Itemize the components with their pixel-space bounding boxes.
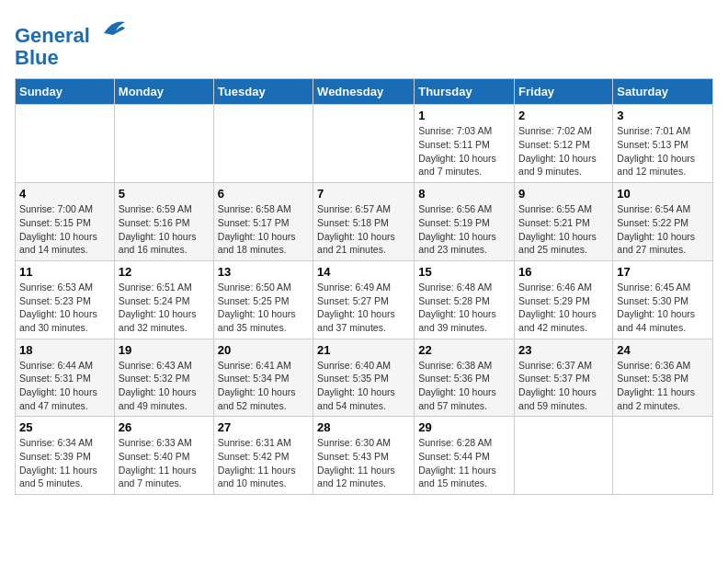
day-number: 18 [19, 343, 110, 357]
day-number: 8 [418, 187, 510, 201]
calendar-cell: 5Sunrise: 6:59 AM Sunset: 5:16 PM Daylig… [114, 183, 213, 261]
header-sunday: Sunday [16, 79, 115, 105]
day-number: 14 [317, 265, 410, 279]
calendar-cell: 14Sunrise: 6:49 AM Sunset: 5:27 PM Dayli… [313, 260, 415, 339]
day-number: 10 [617, 187, 709, 201]
calendar-cell: 17Sunrise: 6:45 AM Sunset: 5:30 PM Dayli… [613, 260, 713, 339]
calendar-cell: 16Sunrise: 6:46 AM Sunset: 5:29 PM Dayli… [515, 260, 613, 339]
calendar-cell: 18Sunrise: 6:44 AM Sunset: 5:31 PM Dayli… [16, 339, 115, 417]
day-info: Sunrise: 6:49 AM Sunset: 5:27 PM Dayligh… [317, 281, 410, 335]
day-number: 2 [518, 109, 609, 122]
calendar-cell: 25Sunrise: 6:34 AM Sunset: 5:39 PM Dayli… [16, 417, 115, 495]
day-number: 16 [518, 265, 609, 279]
header-thursday: Thursday [415, 79, 515, 105]
calendar-cell [213, 105, 313, 183]
day-number: 5 [119, 187, 210, 201]
day-info: Sunrise: 6:34 AM Sunset: 5:39 PM Dayligh… [19, 436, 110, 490]
day-number: 28 [317, 420, 410, 434]
week-row: 11Sunrise: 6:53 AM Sunset: 5:23 PM Dayli… [16, 260, 713, 339]
calendar-cell: 28Sunrise: 6:30 AM Sunset: 5:43 PM Dayli… [313, 417, 415, 495]
calendar-cell: 23Sunrise: 6:37 AM Sunset: 5:37 PM Dayli… [515, 339, 613, 417]
day-info: Sunrise: 6:58 AM Sunset: 5:17 PM Dayligh… [218, 202, 309, 257]
calendar-cell: 9Sunrise: 6:55 AM Sunset: 5:21 PM Daylig… [515, 183, 613, 261]
calendar-cell [114, 105, 213, 183]
calendar-cell: 12Sunrise: 6:51 AM Sunset: 5:24 PM Dayli… [114, 260, 213, 339]
calendar-table: SundayMondayTuesdayWednesdayThursdayFrid… [15, 78, 713, 495]
logo-blue: Blue [15, 47, 127, 69]
week-row: 4Sunrise: 7:00 AM Sunset: 5:15 PM Daylig… [16, 183, 713, 261]
day-number: 27 [218, 420, 309, 434]
calendar-cell: 29Sunrise: 6:28 AM Sunset: 5:44 PM Dayli… [415, 417, 515, 495]
header-tuesday: Tuesday [213, 79, 313, 105]
day-info: Sunrise: 6:56 AM Sunset: 5:19 PM Dayligh… [418, 202, 510, 257]
week-row: 1Sunrise: 7:03 AM Sunset: 5:11 PM Daylig… [16, 105, 713, 183]
day-number: 19 [119, 343, 210, 357]
calendar-header-row: SundayMondayTuesdayWednesdayThursdayFrid… [16, 79, 713, 105]
day-number: 20 [218, 343, 309, 357]
calendar-cell: 10Sunrise: 6:54 AM Sunset: 5:22 PM Dayli… [613, 183, 713, 261]
day-info: Sunrise: 6:41 AM Sunset: 5:34 PM Dayligh… [218, 359, 309, 413]
calendar-cell: 4Sunrise: 7:00 AM Sunset: 5:15 PM Daylig… [16, 183, 115, 261]
header-friday: Friday [515, 79, 613, 105]
calendar-cell: 26Sunrise: 6:33 AM Sunset: 5:40 PM Dayli… [114, 417, 213, 495]
day-info: Sunrise: 6:33 AM Sunset: 5:40 PM Dayligh… [119, 436, 210, 490]
day-info: Sunrise: 6:48 AM Sunset: 5:28 PM Dayligh… [418, 281, 510, 335]
day-info: Sunrise: 7:00 AM Sunset: 5:15 PM Dayligh… [19, 202, 110, 257]
day-number: 24 [617, 343, 709, 357]
calendar-cell: 3Sunrise: 7:01 AM Sunset: 5:13 PM Daylig… [613, 105, 713, 183]
calendar-cell: 27Sunrise: 6:31 AM Sunset: 5:42 PM Dayli… [213, 417, 313, 495]
calendar-cell: 15Sunrise: 6:48 AM Sunset: 5:28 PM Dayli… [415, 260, 515, 339]
page-header: General Blue [15, 15, 713, 69]
day-info: Sunrise: 6:28 AM Sunset: 5:44 PM Dayligh… [418, 436, 510, 490]
header-wednesday: Wednesday [313, 79, 415, 105]
day-number: 6 [218, 187, 309, 201]
calendar-cell: 1Sunrise: 7:03 AM Sunset: 5:11 PM Daylig… [415, 105, 515, 183]
calendar-cell: 13Sunrise: 6:50 AM Sunset: 5:25 PM Dayli… [213, 260, 313, 339]
day-info: Sunrise: 6:46 AM Sunset: 5:29 PM Dayligh… [518, 281, 609, 335]
day-number: 26 [119, 420, 210, 434]
day-info: Sunrise: 6:50 AM Sunset: 5:25 PM Dayligh… [218, 281, 309, 335]
day-info: Sunrise: 6:45 AM Sunset: 5:30 PM Dayligh… [617, 281, 709, 335]
day-info: Sunrise: 6:38 AM Sunset: 5:36 PM Dayligh… [418, 359, 510, 413]
calendar-cell [515, 417, 613, 495]
calendar-cell: 7Sunrise: 6:57 AM Sunset: 5:18 PM Daylig… [313, 183, 415, 261]
calendar-cell: 8Sunrise: 6:56 AM Sunset: 5:19 PM Daylig… [415, 183, 515, 261]
day-number: 15 [418, 265, 510, 279]
day-info: Sunrise: 7:01 AM Sunset: 5:13 PM Dayligh… [617, 124, 709, 178]
day-info: Sunrise: 6:55 AM Sunset: 5:21 PM Dayligh… [518, 202, 609, 257]
day-number: 23 [518, 343, 609, 357]
day-info: Sunrise: 6:54 AM Sunset: 5:22 PM Dayligh… [617, 202, 709, 257]
week-row: 25Sunrise: 6:34 AM Sunset: 5:39 PM Dayli… [16, 417, 713, 495]
calendar-cell [613, 417, 713, 495]
day-info: Sunrise: 6:30 AM Sunset: 5:43 PM Dayligh… [317, 436, 410, 490]
day-number: 21 [317, 343, 410, 357]
day-number: 13 [218, 265, 309, 279]
day-number: 17 [617, 265, 709, 279]
week-row: 18Sunrise: 6:44 AM Sunset: 5:31 PM Dayli… [16, 339, 713, 417]
day-info: Sunrise: 6:44 AM Sunset: 5:31 PM Dayligh… [19, 359, 110, 413]
calendar-cell [16, 105, 115, 183]
logo-bird-icon [99, 15, 127, 42]
calendar-cell: 11Sunrise: 6:53 AM Sunset: 5:23 PM Dayli… [16, 260, 115, 339]
day-info: Sunrise: 7:03 AM Sunset: 5:11 PM Dayligh… [418, 124, 510, 178]
day-info: Sunrise: 6:43 AM Sunset: 5:32 PM Dayligh… [119, 359, 210, 413]
day-info: Sunrise: 6:40 AM Sunset: 5:35 PM Dayligh… [317, 359, 410, 413]
day-number: 9 [518, 187, 609, 201]
header-monday: Monday [114, 79, 213, 105]
day-info: Sunrise: 6:59 AM Sunset: 5:16 PM Dayligh… [119, 202, 210, 257]
day-number: 22 [418, 343, 510, 357]
logo-general: General [15, 24, 90, 47]
calendar-cell: 20Sunrise: 6:41 AM Sunset: 5:34 PM Dayli… [213, 339, 313, 417]
header-saturday: Saturday [613, 79, 713, 105]
calendar-cell: 21Sunrise: 6:40 AM Sunset: 5:35 PM Dayli… [313, 339, 415, 417]
day-info: Sunrise: 6:53 AM Sunset: 5:23 PM Dayligh… [19, 281, 110, 335]
day-info: Sunrise: 6:31 AM Sunset: 5:42 PM Dayligh… [218, 436, 309, 490]
day-number: 7 [317, 187, 410, 201]
day-info: Sunrise: 6:51 AM Sunset: 5:24 PM Dayligh… [119, 281, 210, 335]
day-info: Sunrise: 6:57 AM Sunset: 5:18 PM Dayligh… [317, 202, 410, 257]
day-info: Sunrise: 6:37 AM Sunset: 5:37 PM Dayligh… [518, 359, 609, 413]
day-number: 25 [19, 420, 110, 434]
day-number: 3 [617, 109, 709, 122]
day-number: 1 [418, 109, 510, 122]
logo-text: General [15, 15, 127, 47]
